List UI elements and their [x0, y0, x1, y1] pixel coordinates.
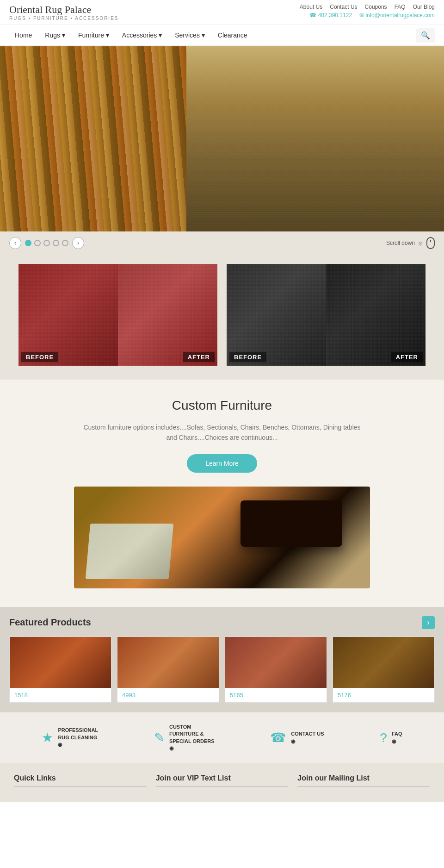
nav-furniture[interactable]: Furniture ▾ [73, 25, 115, 45]
cleaning-text: PROFESSIONALRUG CLEANING ◉ [58, 727, 98, 748]
cleaning-label: PROFESSIONALRUG CLEANING [58, 727, 98, 741]
carousel-dot-5[interactable] [62, 240, 68, 246]
faq-text: FAQ ◉ [392, 731, 402, 745]
product-id-2: 4993 [117, 688, 219, 702]
phone-icon: ☎ [270, 730, 286, 745]
about-us-link[interactable]: About Us [300, 4, 322, 10]
before-image-2: BEFORE [227, 264, 326, 366]
phone-number: ☎ 402.390.1122 [309, 12, 352, 19]
rug-rolls-bg [0, 46, 200, 231]
after-label-2: AFTER [391, 352, 423, 362]
learn-more-button[interactable]: Learn More [187, 454, 257, 473]
after-label-1: AFTER [183, 352, 215, 362]
ba-pair-2: BEFORE AFTER [227, 264, 426, 366]
blog-link[interactable]: Our Blog [413, 4, 435, 10]
custom-label: CUSTOMFURNITURE &SPECIAL ORDERS [169, 724, 215, 745]
hero-banner [0, 46, 444, 231]
after-image-2: AFTER [326, 264, 426, 366]
scroll-down: Scroll down ◎ [386, 237, 435, 249]
custom-furniture-heading: Custom Furniture [9, 398, 435, 413]
product-id-1: 1518 [10, 688, 111, 702]
rug-flat-bg [186, 46, 444, 231]
after-image-1: AFTER [118, 264, 217, 366]
mouse-icon [426, 237, 435, 249]
question-icon: ? [380, 731, 387, 745]
carousel-left: ‹ › [9, 237, 84, 249]
nav-home[interactable]: Home [9, 25, 37, 45]
footer-col-vip: Join our VIP Text List [156, 774, 289, 791]
site-tagline: RUGS • FURNITURE • ACCESSORIES [9, 16, 118, 21]
faq-link[interactable]: FAQ [395, 4, 406, 10]
icon-item-custom: ✎ CUSTOMFURNITURE &SPECIAL ORDERS ◉ [154, 724, 215, 752]
logo: Oriental Rug Palace RUGS • FURNITURE • A… [9, 4, 118, 21]
footer-quick-links-heading: Quick Links [14, 774, 147, 787]
product-card-1[interactable]: 1518 [9, 637, 111, 703]
product-card-2[interactable]: 4993 [117, 637, 219, 703]
featured-products-section: Featured Products › 1518 4993 5165 5176 [0, 607, 444, 712]
before-after-section: BEFORE AFTER BEFORE AFTER [0, 255, 444, 380]
footer-col-mailing: Join our Mailing List [297, 774, 430, 791]
carousel-dot-1[interactable] [25, 240, 31, 246]
top-right: About Us Contact Us Coupons FAQ Our Blog… [300, 4, 435, 19]
custom-text: CUSTOMFURNITURE &SPECIAL ORDERS ◉ [169, 724, 215, 752]
footer: Quick Links Join our VIP Text List Join … [0, 763, 444, 802]
nav-links: Home Rugs ▾ Furniture ▾ Accessories ▾ Se… [9, 25, 253, 45]
ba-pair-1: BEFORE AFTER [18, 264, 217, 366]
search-button[interactable]: 🔍 [416, 28, 435, 43]
before-label-1: BEFORE [21, 352, 58, 362]
star-icon: ★ [42, 730, 53, 745]
nav-accessories[interactable]: Accessories ▾ [117, 25, 167, 45]
nav-rugs[interactable]: Rugs ▾ [39, 25, 71, 45]
before-image-1: BEFORE [18, 264, 118, 366]
product-thumbnail-3 [225, 637, 327, 688]
featured-next-button[interactable]: › [422, 616, 435, 629]
nav-clearance[interactable]: Clearance [212, 25, 253, 45]
email-address: ✉ info@orientalrugpalace.com [359, 12, 435, 19]
featured-header: Featured Products › [9, 616, 435, 629]
products-grid: 1518 4993 5165 5176 [9, 637, 435, 703]
contact-text: CONTACT US ◉ [291, 731, 324, 745]
scroll-icon: ◎ [419, 241, 423, 246]
coupons-link[interactable]: Coupons [365, 4, 387, 10]
cleaning-arrow[interactable]: ◉ [58, 741, 98, 748]
bottom-icons-row: ★ PROFESSIONALRUG CLEANING ◉ ✎ CUSTOMFUR… [0, 712, 444, 763]
icon-item-cleaning: ★ PROFESSIONALRUG CLEANING ◉ [42, 727, 98, 748]
top-bar: Oriental Rug Palace RUGS • FURNITURE • A… [0, 0, 444, 25]
contact-us-link[interactable]: Contact Us [330, 4, 357, 10]
custom-furniture-section: Custom Furniture Custom furniture option… [0, 380, 444, 607]
product-card-3[interactable]: 5165 [225, 637, 327, 703]
scroll-down-label: Scroll down [386, 240, 415, 246]
top-links: About Us Contact Us Coupons FAQ Our Blog [300, 4, 435, 10]
carousel-dot-2[interactable] [34, 240, 41, 246]
carousel-dot-3[interactable] [43, 240, 50, 246]
edit-icon: ✎ [154, 730, 165, 745]
custom-furniture-description: Custom furniture options includes....Sof… [83, 422, 361, 443]
contact-us-label: CONTACT US [291, 731, 324, 737]
product-thumbnail-1 [10, 637, 111, 688]
product-id-3: 5165 [225, 688, 327, 702]
faq-label: FAQ [392, 731, 402, 737]
carousel-dot-4[interactable] [53, 240, 59, 246]
contact-info: ☎ 402.390.1122 ✉ info@orientalrugpalace.… [309, 12, 435, 19]
footer-mailing-heading: Join our Mailing List [297, 774, 430, 787]
faq-arrow[interactable]: ◉ [392, 738, 402, 745]
product-thumbnail-4 [333, 637, 434, 688]
navigation: Home Rugs ▾ Furniture ▾ Accessories ▾ Se… [0, 25, 444, 46]
product-id-4: 5176 [333, 688, 434, 702]
furniture-image [74, 487, 370, 588]
product-card-4[interactable]: 5176 [333, 637, 435, 703]
custom-arrow[interactable]: ◉ [169, 745, 215, 752]
site-name: Oriental Rug Palace [9, 4, 118, 16]
product-thumbnail-2 [117, 637, 219, 688]
icon-item-faq: ? FAQ ◉ [380, 731, 402, 745]
carousel-prev-button[interactable]: ‹ [9, 237, 21, 249]
icon-item-contact: ☎ CONTACT US ◉ [270, 730, 324, 745]
carousel-controls: ‹ › Scroll down ◎ [0, 231, 444, 255]
footer-vip-heading: Join our VIP Text List [156, 774, 289, 787]
before-label-2: BEFORE [229, 352, 266, 362]
carousel-next-button[interactable]: › [72, 237, 84, 249]
contact-arrow[interactable]: ◉ [291, 738, 324, 745]
nav-services[interactable]: Services ▾ [169, 25, 210, 45]
featured-heading: Featured Products [9, 617, 91, 628]
carousel-dots [25, 240, 68, 246]
